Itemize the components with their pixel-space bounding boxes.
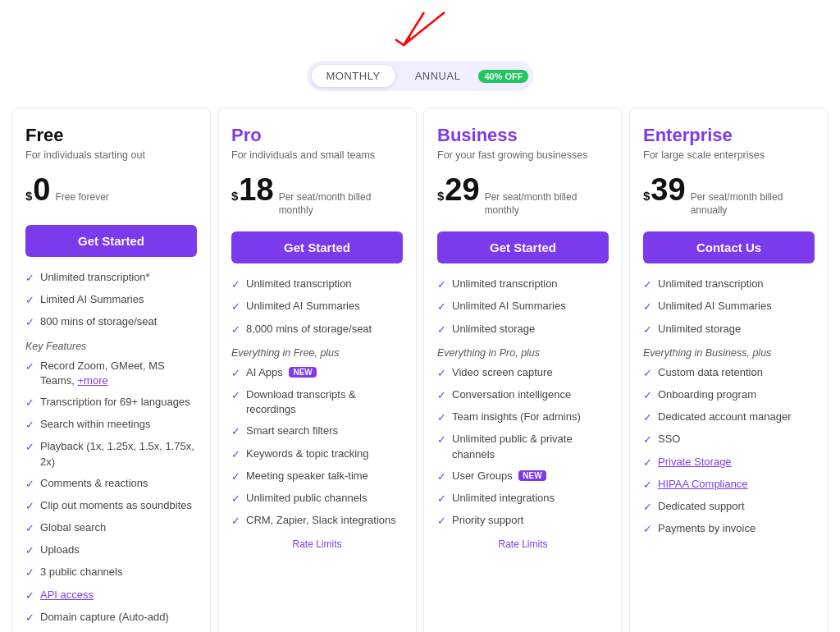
plan-card-business: Business For your fast growing businesse… <box>423 108 623 632</box>
feature-item: ✓HIPAA Compliance <box>643 477 815 492</box>
rate-limits-business-link[interactable]: Rate Limits <box>437 538 609 550</box>
feature-item: ✓Dedicated account manager <box>643 410 815 425</box>
plan-name-business: Business <box>437 125 609 146</box>
check-icon: ✓ <box>231 277 240 292</box>
api-access-link[interactable]: API access <box>40 588 94 601</box>
feature-item: ✓Clip out moments as soundbites <box>25 498 197 514</box>
check-icon: ✓ <box>25 293 34 308</box>
check-icon: ✓ <box>643 366 652 381</box>
extra-features-enterprise: ✓Custom data retention ✓Onboarding progr… <box>643 365 815 538</box>
check-icon: ✓ <box>643 433 652 447</box>
check-icon: ✓ <box>437 277 446 292</box>
private-storage-link[interactable]: Private Storage <box>658 456 732 468</box>
check-icon: ✓ <box>437 300 446 314</box>
extra-features-business: ✓Video screen capture ✓Conversation inte… <box>437 365 609 529</box>
plans-container: Free For individuals starting out $ 0 Fr… <box>0 108 840 632</box>
check-icon: ✓ <box>231 492 240 506</box>
feature-item: ✓Global search <box>25 520 197 536</box>
more-link[interactable]: +more <box>78 374 108 387</box>
annual-wrapper: ANNUAL 40% OFF <box>400 65 529 87</box>
feature-item: ✓Team insights (For admins) <box>437 410 609 425</box>
feature-item: ✓Unlimited AI Summaries <box>231 299 403 314</box>
check-icon: ✓ <box>437 388 446 403</box>
feature-item: ✓User Groups NEW <box>437 469 609 484</box>
check-icon: ✓ <box>643 410 652 425</box>
feature-item: ✓Unlimited transcription <box>231 277 403 292</box>
price-row-enterprise: $ 39 Per seat/month billed annually <box>643 174 815 217</box>
feature-item: ✓Video screen capture <box>437 365 609 381</box>
billing-toggle: MONTHLY ANNUAL 40% OFF <box>307 61 534 91</box>
price-row-free: $ 0 Free forever <box>25 174 197 210</box>
top-section: MONTHLY ANNUAL 40% OFF <box>0 0 840 108</box>
check-icon: ✓ <box>231 469 240 484</box>
check-icon: ✓ <box>643 388 652 403</box>
feature-item: ✓Private Storage <box>643 455 815 470</box>
arrow-container <box>338 8 502 57</box>
check-icon: ✓ <box>437 514 446 529</box>
plan-card-enterprise: Enterprise For large scale enterprises $… <box>629 108 829 632</box>
check-icon: ✓ <box>437 492 446 506</box>
check-icon: ✓ <box>25 477 34 492</box>
annual-toggle[interactable]: ANNUAL <box>400 65 476 87</box>
feature-item: ✓Unlimited AI Summaries <box>643 299 815 314</box>
feature-item: ✓Limited AI Summaries <box>25 292 197 308</box>
hipaa-compliance-link[interactable]: HIPAA Compliance <box>658 478 748 490</box>
price-dollar-business: $ <box>437 189 444 203</box>
check-icon: ✓ <box>25 360 34 374</box>
feature-item: ✓Unlimited public & private channels <box>437 432 609 461</box>
feature-item: ✓Unlimited storage <box>437 322 609 337</box>
feature-item: ✓800 mins of storage/seat <box>25 314 197 330</box>
feature-item: ✓Unlimited storage <box>643 322 815 337</box>
get-started-pro-button[interactable]: Get Started <box>231 231 403 263</box>
monthly-toggle[interactable]: MONTHLY <box>312 65 395 87</box>
plan-tagline-enterprise: For large scale enterprises <box>643 149 815 161</box>
price-dollar-pro: $ <box>231 189 238 203</box>
check-icon: ✓ <box>231 514 240 529</box>
check-icon: ✓ <box>231 424 240 439</box>
plan-card-pro: Pro For individuals and small teams $ 18… <box>217 108 417 632</box>
feature-item: ✓Priority support <box>437 513 609 529</box>
get-started-free-button[interactable]: Get Started <box>25 225 197 257</box>
feature-item: ✓Onboarding program <box>643 387 815 403</box>
check-icon: ✓ <box>643 456 652 470</box>
feature-item: ✓Transcription for 69+ languages <box>25 395 197 410</box>
feature-item: ✓Smart search filters <box>231 424 403 439</box>
extra-features-free: ✓Record Zoom, GMeet, MS Teams, +more ✓Tr… <box>25 359 197 632</box>
annual-discount-badge: 40% OFF <box>478 70 528 83</box>
feature-item: ✓Unlimited transcription <box>643 277 815 292</box>
plan-card-free: Free For individuals starting out $ 0 Fr… <box>11 108 211 632</box>
price-desc-enterprise: Per seat/month billed annually <box>691 191 815 217</box>
check-icon: ✓ <box>25 396 34 410</box>
base-features-pro: ✓Unlimited transcription ✓Unlimited AI S… <box>231 277 403 337</box>
check-icon: ✓ <box>25 499 34 514</box>
feature-item: ✓Custom data retention <box>643 365 815 381</box>
get-started-business-button[interactable]: Get Started <box>437 231 609 263</box>
feature-item: ✓Domain capture (Auto-add) <box>25 610 197 625</box>
feature-item: ✓Playback (1x, 1.25x, 1.5x, 1.75x, 2x) <box>25 439 197 469</box>
check-icon: ✓ <box>25 588 34 603</box>
plan-name-pro: Pro <box>231 125 403 146</box>
feature-item: ✓Dedicated support <box>643 499 815 515</box>
check-icon: ✓ <box>643 277 652 292</box>
check-icon: ✓ <box>231 366 240 381</box>
check-icon: ✓ <box>25 271 34 286</box>
rate-limits-pro-link[interactable]: Rate Limits <box>231 538 403 550</box>
section-label-enterprise: Everything in Business, plus <box>643 347 815 359</box>
check-icon: ✓ <box>643 300 652 314</box>
check-icon: ✓ <box>231 447 240 462</box>
arrow-icon <box>379 8 477 57</box>
feature-item: ✓Comments & reactions <box>25 476 197 492</box>
check-icon: ✓ <box>643 522 652 537</box>
feature-item: ✓Uploads <box>25 543 197 558</box>
feature-item: ✓8,000 mins of storage/seat <box>231 322 403 337</box>
plan-name-free: Free <box>25 125 197 146</box>
base-features-free: ✓Unlimited transcription* ✓Limited AI Su… <box>25 270 197 331</box>
price-desc-business: Per seat/month billed monthly <box>485 191 609 217</box>
feature-item: ✓Unlimited integrations <box>437 491 609 506</box>
plan-tagline-free: For individuals starting out <box>25 149 197 161</box>
price-dollar-enterprise: $ <box>643 189 650 203</box>
price-row-business: $ 29 Per seat/month billed monthly <box>437 174 609 217</box>
feature-item: ✓Unlimited transcription <box>437 277 609 292</box>
contact-us-enterprise-button[interactable]: Contact Us <box>643 231 815 263</box>
check-icon: ✓ <box>25 611 34 625</box>
